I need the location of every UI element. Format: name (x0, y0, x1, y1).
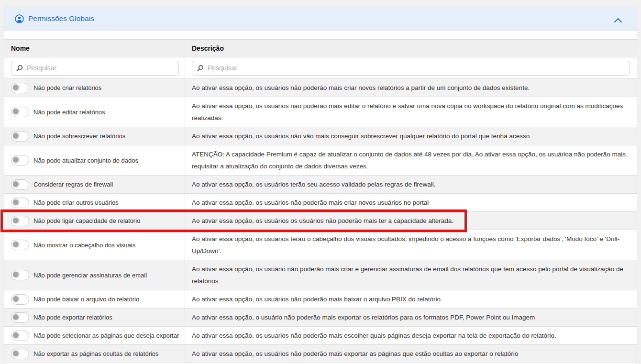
toggle-knob (12, 295, 20, 303)
row-description-cell: Ao ativar essa opção, os usuários não po… (185, 97, 637, 127)
toggle-knob (12, 84, 20, 91)
row-name-cell: Não mostrar o cabeçalho dos visuais (4, 230, 185, 260)
toggle-switch-off[interactable] (11, 107, 29, 117)
row-description-cell: Ao ativar essa opção, os usuários terão … (185, 176, 637, 193)
toggle-knob (12, 108, 20, 115)
row-name-cell: Não pode selecionar as páginas que desej… (4, 327, 185, 344)
table-body: Não pode criar relatórios Ao ativar essa… (4, 79, 637, 363)
chevron-up-icon[interactable] (614, 16, 622, 25)
table-row: Não pode editar relatórios Ao ativar ess… (4, 97, 637, 127)
row-name-label: Não pode editar relatórios (33, 106, 105, 118)
row-description-cell: Ao ativar essa opção, os usuários não po… (185, 194, 637, 211)
row-description: Ao ativar essa opção, os usuários terão … (192, 233, 630, 257)
toggle-knob (12, 217, 20, 224)
toggle-knob (12, 199, 20, 206)
toggle-switch-off[interactable] (11, 179, 29, 190)
description-search-cell (185, 57, 637, 78)
toggle-knob (12, 156, 20, 164)
toggle-switch-off[interactable] (11, 312, 29, 323)
row-name-cell: Não pode sobrescrever relatórios (4, 127, 185, 145)
description-search-box (192, 61, 630, 76)
table-row: Não pode sobrescrever relatórios Ao ativ… (4, 127, 637, 145)
row-name-cell: Não pode editar relatórios (4, 97, 185, 127)
row-name-label: Considerar regras de firewall (33, 178, 113, 190)
row-name-label: Não mostrar o cabeçalho dos visuais (33, 239, 135, 251)
row-name-label: Não pode criar outros usuários (33, 197, 119, 209)
toggle-knob (12, 350, 20, 357)
row-description-cell: Ao ativar essa opção, o usuário não pode… (185, 309, 637, 326)
row-description: Ao ativar essa opção, os usuários os usu… (192, 215, 453, 227)
column-header-descricao: Descrição (185, 44, 637, 52)
row-name-cell: Não pode atualizar conjunto de dados (4, 145, 185, 175)
row-description: Ao ativar essa opção, os usuários não po… (192, 293, 441, 305)
row-name-cell: Não pode exportar relatórios (4, 309, 185, 326)
row-description-cell: Ao ativar essa opção, os usuários os usu… (185, 212, 637, 230)
toggle-switch-off[interactable] (11, 216, 29, 226)
row-description: Ao ativar essa opção, os usuários terão … (192, 178, 436, 190)
row-name-label: Não pode criar relatórios (33, 82, 101, 94)
row-description-cell: Ao ativar essa opção, os usuários terão … (185, 230, 637, 260)
panel-title: Permissões Globais (28, 14, 94, 23)
toggle-knob (12, 313, 20, 321)
toggle-switch-off[interactable] (11, 294, 29, 305)
row-name-cell: Não pode gerenciar assinaturas de email (4, 260, 185, 290)
row-description-cell: Ao ativar essa opção, os usuários não po… (185, 345, 637, 363)
toggle-switch-off[interactable] (11, 240, 29, 250)
toggle-switch-off[interactable] (11, 198, 29, 208)
row-name-label: Não pode sobrescrever relatórios (33, 130, 125, 142)
toggle-switch-off[interactable] (11, 83, 29, 93)
name-search-box (11, 61, 179, 76)
row-description: Ao ativar essa opção, os usuários não po… (192, 82, 530, 94)
row-description-cell: Ao ativar essa opção, os usuarios não po… (185, 327, 637, 344)
column-header-nome: Nome (4, 44, 185, 52)
row-description: Ao ativar essa opção, o usuário não pode… (192, 311, 535, 323)
row-name-cell: Não pode criar outros usuários (4, 194, 185, 211)
user-circle-icon (15, 14, 24, 23)
description-search-input[interactable] (192, 61, 630, 76)
row-description-cell: Ao ativar essa opção, os usuários não po… (185, 290, 637, 308)
row-description: Ao ativar essa opção, os usuários não po… (192, 197, 429, 209)
row-name-label: Não pode selecionar as páginas que desej… (33, 330, 179, 342)
row-description-cell: Ao ativar essa opção, os usuários não vã… (185, 127, 637, 145)
table-row: Não pode criar outros usuários Ao ativar… (4, 194, 637, 212)
table-row: Não exportar as páginas ocultas de relat… (4, 345, 637, 363)
name-search-input[interactable] (11, 61, 179, 76)
toggle-knob (12, 180, 20, 188)
table-row: Não pode exportar relatórios Ao ativar e… (4, 309, 637, 327)
name-search-cell (4, 57, 185, 78)
toggle-switch-off[interactable] (11, 331, 29, 341)
row-name-label: Não exportar as páginas ocultas de relat… (33, 348, 159, 360)
toggle-knob (12, 271, 20, 278)
toggle-switch-off[interactable] (11, 270, 29, 280)
permissions-card: Permissões Globais Nome Descrição (4, 7, 637, 364)
row-name-label: Não pode atualizar conjunto de dados (33, 154, 138, 166)
toggle-knob (12, 132, 20, 140)
row-name-cell: Não pode baixar o arquivo do relatório (4, 290, 185, 308)
table-row: Considerar regras de firewall Ao ativar … (4, 176, 637, 194)
row-description: ATENÇÃO: A capacidade Premium é capaz de… (192, 148, 630, 172)
row-description-cell: ATENÇÃO: A capacidade Premium é capaz de… (185, 145, 637, 175)
row-description: Ao ativar essa opção, os usuário não pod… (192, 263, 630, 287)
table-row: Não pode selecionar as páginas que desej… (4, 327, 637, 345)
toggle-knob (12, 331, 20, 339)
panel-header-permissoes-globais[interactable]: Permissões Globais (4, 7, 637, 31)
toggle-switch-off[interactable] (11, 349, 29, 359)
row-description: Ao ativar essa opção, os usuarios não po… (192, 330, 556, 342)
table-header-row: Nome Descrição (4, 39, 637, 57)
table-row: Não pode baixar o arquivo do relatório A… (4, 290, 637, 309)
toggle-switch-off[interactable] (11, 155, 29, 165)
row-description: Ao ativar essa opção, os usuários não po… (192, 348, 518, 360)
permissions-table: Nome Descrição (4, 39, 637, 364)
row-name-label: Não pode gerenciar assinaturas de email (33, 269, 147, 281)
row-description-cell: Ao ativar essa opção, os usuários não po… (185, 79, 637, 97)
table-row: Não pode atualizar conjunto de dados ATE… (4, 145, 637, 176)
header-table-gap (4, 31, 637, 39)
table-row: Não pode criar relatórios Ao ativar essa… (4, 79, 637, 97)
toggle-switch-off[interactable] (11, 131, 29, 142)
row-name-cell: Considerar regras de firewall (4, 176, 185, 193)
row-name-label: Não pode exportar relatórios (33, 311, 112, 323)
row-description: Ao ativar essa opção, os usuários não vã… (192, 130, 530, 142)
row-description-cell: Ao ativar essa opção, os usuário não pod… (185, 260, 637, 290)
search-row (4, 57, 637, 79)
row-name-label: Não pode ligar capacidade de relatorio (33, 215, 140, 227)
